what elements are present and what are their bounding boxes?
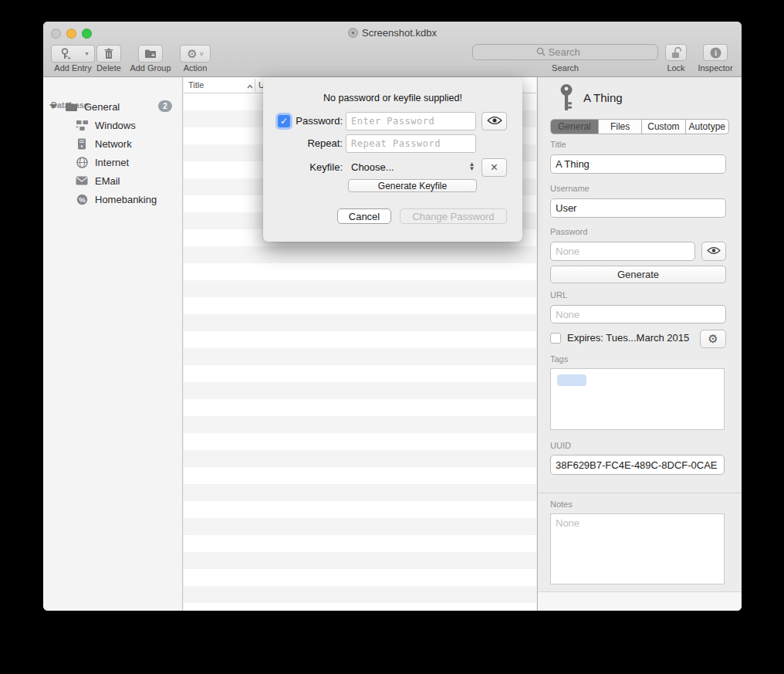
inspector-tabs: General Files Custom Autotype [550,119,729,134]
sort-ascending-icon [247,81,253,90]
generate-keyfile-button[interactable]: Generate Keyfile [348,179,477,192]
envelope-icon [75,174,89,188]
column-header-title[interactable]: Title [188,80,204,90]
sidebar-item-label: EMail [95,175,120,187]
sidebar-item-email[interactable]: EMail [43,171,183,190]
disclosure-triangle-icon[interactable] [49,104,57,109]
show-password-button[interactable] [701,242,726,261]
svg-text:i: i [715,49,717,57]
tag-chip[interactable] [557,374,586,386]
delete-button[interactable] [96,45,121,63]
sidebar-item-label: General [84,101,120,113]
stepper-icon[interactable]: ▲▼ [468,160,476,174]
sidebar-item-label: Internet [95,157,129,168]
show-password-button[interactable] [482,112,507,130]
generate-password-button[interactable]: Generate [550,266,726,283]
repeat-label: Repeat: [278,137,343,149]
delete-label: Delete [92,63,126,73]
search-input[interactable] [549,46,595,58]
uuid-field[interactable] [550,455,725,475]
change-password-button[interactable]: Change Password [400,208,507,224]
search-field[interactable] [472,44,658,60]
tab-custom[interactable]: Custom [642,120,685,134]
info-icon: i [710,47,721,59]
add-group-button[interactable]: + [138,45,163,63]
section-divider [538,493,742,493]
url-field[interactable] [550,305,726,323]
title-field[interactable] [550,154,726,174]
uuid-label: UUID [550,441,571,450]
chevron-down-icon: ˅ [200,50,204,58]
document-icon [348,28,358,38]
workgroup-icon: * [75,118,89,132]
percent-icon: % [75,192,89,206]
inspector-footer [538,591,742,611]
entry-title: A Thing [583,91,623,104]
clear-keyfile-button[interactable]: × [482,158,507,177]
sidebar-item-label: Windows [95,120,136,131]
sidebar-item-internet[interactable]: Internet [43,153,183,171]
sidebar-item-network[interactable]: Network [43,134,183,153]
username-field-label: Username [550,184,590,193]
action-label: Action [180,63,211,73]
window-title: Screenshot.kdbx [43,27,742,39]
search-icon [536,46,546,59]
entry-count-badge: 2 [158,100,172,112]
eye-icon [487,116,502,127]
expires-settings-button[interactable]: ⚙ [700,330,726,348]
svg-text:*: * [76,124,78,130]
trash-icon [103,48,114,59]
sidebar-item-homebanking[interactable]: % Homebanking [43,190,183,208]
gear-icon: ⚙ [187,47,197,61]
sidebar-item-label: Homebanking [95,194,157,205]
keyfile-popup[interactable]: Choose... [351,161,394,173]
folder-plus-icon: + [144,49,157,59]
chevron-down-icon: ▾ [85,50,88,57]
folder-icon [64,100,78,113]
tags-box[interactable] [550,368,725,430]
password-field-label: Password [550,227,587,236]
password-label: Password: [278,115,343,127]
window-header: Screenshot.kdbx + ▾ Add Entry Delete + A… [43,22,742,77]
title-field-label: Title [550,140,566,149]
gear-icon: ⚙ [708,332,718,346]
key-icon [558,83,575,113]
keyfile-label: Keyfile: [278,161,343,173]
tab-general[interactable]: General [551,120,599,134]
app-window: Screenshot.kdbx + ▾ Add Entry Delete + A… [43,22,742,611]
close-icon: × [491,161,498,174]
url-field-label: URL [550,290,567,300]
key-plus-icon: + [59,48,72,60]
server-icon [75,137,89,151]
notes-textarea[interactable] [550,513,725,584]
sidebar-item-general[interactable]: General 2 [43,97,183,116]
repeat-password-input[interactable] [346,134,476,153]
password-field[interactable] [550,242,695,261]
inspector-panel: A Thing General Files Custom Autotype Ti… [537,77,742,611]
inspector-label: Inspector [694,63,737,73]
username-field[interactable] [550,198,726,218]
tab-files[interactable]: Files [599,120,642,134]
eye-icon [707,246,721,257]
sidebar-item-windows[interactable]: * Windows [43,116,183,134]
tags-label: Tags [550,354,568,364]
add-entry-button[interactable]: + [51,45,80,63]
expires-label: Expires: Tues...March 2015 [567,332,689,344]
lock-open-icon [671,46,682,59]
add-group-label: Add Group [128,63,173,73]
notes-label: Notes [550,500,573,509]
lock-label: Lock [661,63,691,73]
sidebar-item-label: Network [95,138,132,150]
svg-text:%: % [79,195,86,204]
enter-password-input[interactable] [346,112,476,130]
tab-autotype[interactable]: Autotype [686,120,728,134]
lock-button[interactable] [665,44,687,61]
add-entry-dropdown-button[interactable]: ▾ [79,45,95,63]
column-divider[interactable] [255,79,255,92]
action-button[interactable]: ⚙ ˅ [180,45,211,63]
globe-icon [75,155,89,169]
add-entry-label: Add Entry [51,63,95,73]
inspector-button[interactable]: i [703,44,728,61]
expires-checkbox[interactable] [550,333,561,344]
cancel-button[interactable]: Cancel [337,208,391,224]
